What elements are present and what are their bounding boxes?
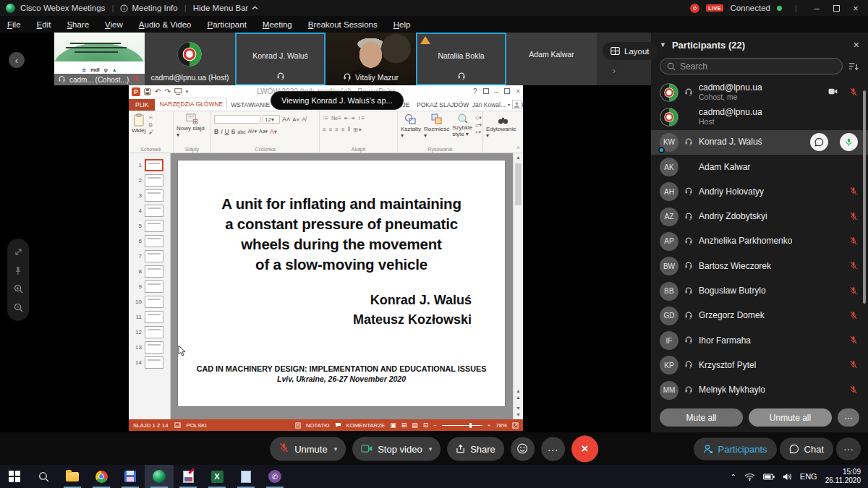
participants-more-button[interactable]: ··· xyxy=(838,408,859,427)
next-slide-button[interactable]: ▼▼ xyxy=(514,405,523,418)
meeting-info-button[interactable]: Meeting Info xyxy=(120,4,177,12)
grow-font-button[interactable]: A˄ xyxy=(282,116,290,123)
line-spacing-button[interactable]: ↕≡ xyxy=(357,115,365,121)
zoom-out-button[interactable]: − xyxy=(433,422,437,429)
align-center-button[interactable]: ≡ xyxy=(329,127,333,133)
video-thumb-adam[interactable]: Adam Kalwar xyxy=(506,33,597,85)
ppt-restore-button[interactable] xyxy=(504,87,510,95)
taskbar-clock[interactable]: 15:0926.11.2020 xyxy=(825,468,861,485)
participant-row[interactable]: AKAdam Kalwar xyxy=(651,155,868,179)
theme-icon[interactable] xyxy=(174,422,181,429)
video-thumb-vitaliy[interactable]: Vitaliy Mazur xyxy=(326,33,416,85)
notes-button[interactable]: NOTATKI xyxy=(306,422,330,429)
ppt-account[interactable]: Jan Kowal...▾ xyxy=(472,100,522,109)
chat-participant-button[interactable] xyxy=(810,133,828,151)
paste-button[interactable]: Wklej xyxy=(132,114,146,134)
wifi-icon[interactable] xyxy=(744,473,755,481)
unmute-button[interactable]: Unmute▾ xyxy=(270,437,346,461)
filmstrip-prev-button[interactable]: ‹ xyxy=(9,52,25,68)
italic-button[interactable]: I xyxy=(221,128,222,135)
ppt-ribbon-options-button[interactable] xyxy=(483,87,489,95)
panel-scrollbar[interactable] xyxy=(863,90,866,304)
save-icon[interactable] xyxy=(144,88,151,95)
shrink-font-button[interactable]: A˅ xyxy=(292,116,299,123)
slide[interactable]: A unit for inflating and maintaining a c… xyxy=(178,160,505,406)
minimize-button[interactable]: – xyxy=(810,3,823,14)
ppt-tab-wstawianie[interactable]: WSTAWIANIE xyxy=(227,99,273,111)
taskbar-chrome-button[interactable] xyxy=(87,465,116,488)
slide-thumbnail-14[interactable]: 14 xyxy=(129,355,170,370)
strikethrough-button[interactable]: S xyxy=(231,128,236,135)
menu-share[interactable]: Share xyxy=(67,20,89,29)
sort-icon[interactable] xyxy=(848,61,859,72)
panel-more-button[interactable]: ··· xyxy=(836,437,861,460)
speaker-icon[interactable] xyxy=(783,473,792,481)
normal-view-icon[interactable]: ▣ xyxy=(390,421,396,429)
video-thumb-nataliia[interactable]: Nataliia Bokla xyxy=(416,33,506,85)
previous-slide-button[interactable]: ▲▲ xyxy=(514,388,523,401)
menu-file[interactable]: File xyxy=(7,20,21,29)
mic-on-button[interactable] xyxy=(840,133,858,151)
stop-video-button[interactable]: Stop video▾ xyxy=(352,437,441,461)
slide-thumbnail-6[interactable]: 6 xyxy=(129,234,170,249)
text-direction-button[interactable]: ⊞▾ xyxy=(353,127,362,133)
tray-expand-icon[interactable]: ⌃ xyxy=(730,473,736,481)
chat-toggle-button[interactable]: Chat xyxy=(780,437,833,460)
change-case-button[interactable]: Aa▾ xyxy=(259,129,268,134)
layout-button[interactable]: Layout xyxy=(603,42,658,60)
slide-sorter-icon[interactable]: ⊞ xyxy=(401,421,407,429)
video-thumb-host[interactable]: cadmd@lpnu.ua (Host) xyxy=(145,33,235,85)
ppt-tab-plik[interactable]: PLIK xyxy=(129,99,155,111)
slide-thumbnail-10[interactable]: 10 xyxy=(129,294,170,309)
hide-menu-bar-button[interactable]: Hide Menu Bar xyxy=(193,4,259,12)
ppt-vertical-scrollbar[interactable]: ▲ ▲▲ ▼▼ xyxy=(513,153,523,419)
align-left-button[interactable]: ≡ xyxy=(323,127,327,133)
participant-row[interactable]: GDGrzegorz Domek xyxy=(651,304,868,328)
shape-effects-button[interactable]: ◐▾ xyxy=(475,129,482,135)
search-input[interactable] xyxy=(680,61,835,72)
zoom-slider[interactable] xyxy=(442,425,482,426)
filmstrip-next-button[interactable]: › xyxy=(606,62,622,78)
editing-button[interactable]: Edytowanie ▾ xyxy=(486,116,520,139)
font-name-select[interactable] xyxy=(214,115,260,124)
justify-button[interactable]: ≡ xyxy=(341,127,346,133)
slide-thumbnail-11[interactable]: 11 xyxy=(129,309,170,325)
clear-format-button[interactable]: A̸ xyxy=(302,116,306,123)
unmute-all-button[interactable]: Unmute all xyxy=(749,408,832,427)
keyboard-language[interactable]: ENG xyxy=(800,472,817,481)
columns-button[interactable]: ⫴ xyxy=(348,126,351,133)
collapse-panel-icon[interactable]: ▼ xyxy=(660,41,666,48)
zoom-in-icon[interactable] xyxy=(14,284,23,294)
close-button[interactable]: × xyxy=(849,3,862,14)
underline-button[interactable]: U xyxy=(225,128,229,135)
new-slide-button[interactable]: Nowy slajd ▾ xyxy=(176,114,208,138)
menu-view[interactable]: View xyxy=(105,20,123,29)
ppt-help-button[interactable]: ? xyxy=(473,87,477,95)
slide-thumbnail-2[interactable]: 2 xyxy=(129,173,170,188)
fit-slide-icon[interactable] xyxy=(512,422,519,429)
participant-row[interactable]: MMMelnyk Mykhaylo xyxy=(651,378,868,403)
ppt-close-button[interactable]: × xyxy=(516,87,520,95)
slide-thumbnail-4[interactable]: 4 xyxy=(129,203,170,218)
menu-help[interactable]: Help xyxy=(393,20,411,29)
participant-row[interactable]: cadmd@lpnu.uaCohost, me xyxy=(651,80,868,105)
slide-thumbnail-3[interactable]: 3 xyxy=(129,188,170,203)
zoom-level[interactable]: 78% xyxy=(495,422,507,429)
bold-button[interactable]: B xyxy=(214,128,218,135)
ppt-tab-pokaz-slajdów[interactable]: POKAZ SLAJDÓW xyxy=(413,99,472,111)
zoom-out-icon[interactable] xyxy=(14,303,23,312)
copy-icon[interactable]: ⧉ xyxy=(149,122,154,128)
shape-fill-button[interactable]: ◇▾ xyxy=(475,115,482,121)
maximize-button[interactable] xyxy=(830,3,843,14)
font-color-button[interactable]: A▾ xyxy=(270,128,277,135)
participants-toggle-button[interactable]: Participants xyxy=(694,437,777,460)
scrollbar-thumb[interactable] xyxy=(515,163,522,205)
taskbar-viber-button[interactable]: ✆ xyxy=(260,465,289,488)
participant-row[interactable]: APAnzhelika Parkhomenko xyxy=(651,229,868,254)
menu-participant[interactable]: Participant xyxy=(208,20,247,29)
taskbar-notepad-button[interactable] xyxy=(231,465,260,488)
slideshow-icon[interactable]: ⊡ xyxy=(423,421,429,429)
close-panel-button[interactable]: × xyxy=(854,39,859,51)
ppt-tab-narzędzia-główne[interactable]: NARZĘDZIA GŁÓWNE xyxy=(155,98,227,111)
participant-row[interactable]: AHAndriy Holovatyy xyxy=(651,179,868,204)
